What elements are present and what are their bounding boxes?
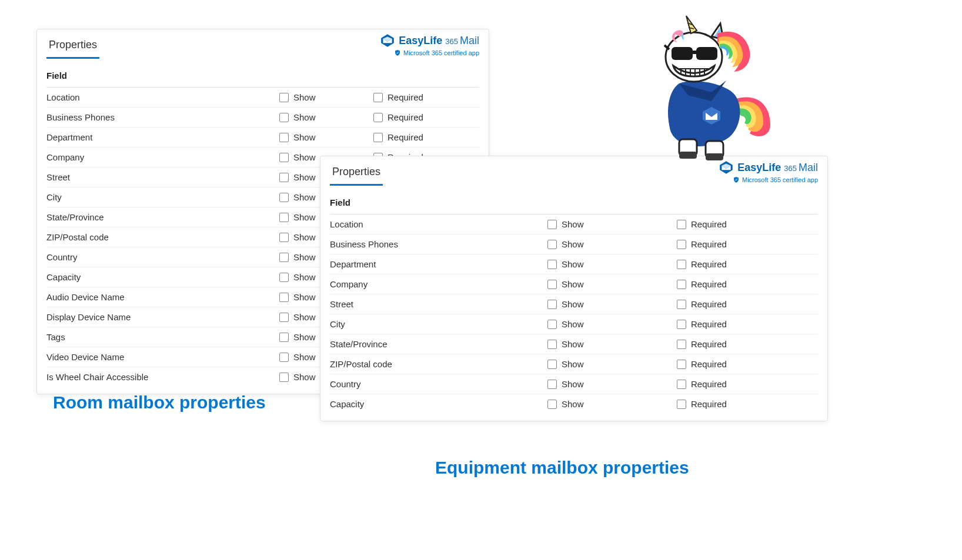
required-label: Required: [691, 219, 727, 229]
header-field-label: Field: [46, 71, 67, 81]
table-row: Business PhonesShowRequired: [330, 234, 818, 254]
required-cell: Required: [373, 92, 479, 102]
brand-365: 365: [784, 164, 797, 173]
required-label: Required: [691, 259, 727, 269]
show-label: Show: [293, 252, 316, 262]
show-label: Show: [562, 299, 584, 309]
required-checkbox[interactable]: [677, 260, 686, 269]
required-checkbox[interactable]: [677, 300, 686, 309]
field-label: State/Province: [46, 212, 279, 222]
required-checkbox[interactable]: [373, 133, 383, 142]
show-label: Show: [293, 112, 316, 122]
field-label: Audio Device Name: [46, 292, 279, 302]
show-checkbox[interactable]: [279, 293, 289, 302]
required-cell: Required: [677, 319, 818, 329]
show-label: Show: [562, 359, 584, 369]
field-label: Tags: [46, 332, 279, 342]
show-checkbox[interactable]: [279, 273, 289, 282]
show-checkbox[interactable]: [547, 360, 557, 369]
required-label: Required: [691, 299, 727, 309]
required-checkbox[interactable]: [677, 380, 686, 389]
required-checkbox[interactable]: [677, 340, 686, 349]
show-label: Show: [562, 239, 584, 249]
required-checkbox[interactable]: [677, 400, 686, 409]
show-cell: Show: [547, 259, 677, 269]
field-label: ZIP/Postal code: [330, 359, 547, 369]
show-checkbox[interactable]: [547, 380, 557, 389]
table-row: CapacityShowRequired: [330, 394, 818, 414]
show-checkbox[interactable]: [547, 260, 557, 269]
required-checkbox[interactable]: [677, 220, 686, 229]
show-checkbox[interactable]: [547, 280, 557, 289]
field-label: Video Device Name: [46, 352, 279, 362]
show-label: Show: [293, 212, 316, 222]
field-label: State/Province: [330, 339, 547, 349]
tab-bar: Properties EasyLife 365 Mail: [37, 29, 489, 59]
show-cell: Show: [547, 379, 677, 389]
certified-label: Microsoft 365 certified app: [403, 49, 479, 56]
table-row: ZIP/Postal codeShowRequired: [330, 354, 818, 374]
field-label: Location: [330, 219, 547, 229]
show-checkbox[interactable]: [547, 340, 557, 349]
show-checkbox[interactable]: [547, 320, 557, 329]
show-checkbox[interactable]: [547, 220, 557, 229]
show-checkbox[interactable]: [279, 313, 289, 322]
show-label: Show: [293, 292, 316, 302]
show-cell: Show: [547, 339, 677, 349]
field-label: Department: [46, 132, 279, 142]
show-checkbox[interactable]: [279, 133, 289, 142]
equipment-caption: Equipment mailbox properties: [435, 458, 689, 478]
show-checkbox[interactable]: [279, 213, 289, 222]
svg-rect-8: [672, 47, 693, 60]
field-label: City: [330, 319, 547, 329]
svg-rect-5: [679, 152, 697, 159]
unicorn-mascot-icon: [623, 13, 776, 166]
show-checkbox[interactable]: [279, 153, 289, 162]
show-checkbox[interactable]: [279, 233, 289, 242]
show-label: Show: [562, 319, 584, 329]
brand-mail: Mail: [799, 162, 818, 174]
table-row: StreetShowRequired: [330, 294, 818, 314]
show-checkbox[interactable]: [279, 93, 289, 102]
field-label: Country: [330, 379, 547, 389]
show-cell: Show: [279, 132, 373, 142]
brand-365: 365: [445, 37, 458, 46]
field-label: Display Device Name: [46, 312, 279, 322]
show-checkbox[interactable]: [279, 353, 289, 362]
room-caption: Room mailbox properties: [53, 393, 266, 413]
required-checkbox[interactable]: [373, 93, 383, 102]
required-checkbox[interactable]: [677, 240, 686, 249]
show-checkbox[interactable]: [547, 300, 557, 309]
required-cell: Required: [677, 399, 818, 409]
show-checkbox[interactable]: [547, 240, 557, 249]
show-checkbox[interactable]: [279, 193, 289, 202]
field-label: Street: [46, 172, 279, 182]
required-label: Required: [691, 339, 727, 349]
field-label: ZIP/Postal code: [46, 232, 279, 242]
required-label: Required: [388, 132, 423, 142]
required-label: Required: [691, 319, 727, 329]
brand-block: EasyLife 365 Mail Microsoft 365 certifie…: [380, 33, 479, 56]
show-label: Show: [293, 372, 316, 382]
field-label: Street: [330, 299, 547, 309]
show-checkbox[interactable]: [279, 373, 289, 382]
required-checkbox[interactable]: [677, 360, 686, 369]
tab-properties[interactable]: Properties: [330, 162, 383, 186]
show-label: Show: [293, 132, 316, 142]
show-cell: Show: [279, 92, 373, 102]
show-checkbox[interactable]: [279, 333, 289, 342]
table-row: Business PhonesShowRequired: [46, 108, 479, 128]
show-checkbox[interactable]: [279, 253, 289, 262]
required-checkbox[interactable]: [677, 280, 686, 289]
required-checkbox[interactable]: [677, 320, 686, 329]
tab-properties[interactable]: Properties: [46, 35, 99, 59]
show-label: Show: [293, 352, 316, 362]
required-label: Required: [691, 279, 727, 289]
show-checkbox[interactable]: [279, 173, 289, 182]
show-checkbox[interactable]: [279, 113, 289, 122]
show-label: Show: [293, 312, 316, 322]
show-checkbox[interactable]: [547, 400, 557, 409]
field-label: Business Phones: [46, 112, 279, 122]
required-label: Required: [691, 359, 727, 369]
required-checkbox[interactable]: [373, 113, 383, 122]
